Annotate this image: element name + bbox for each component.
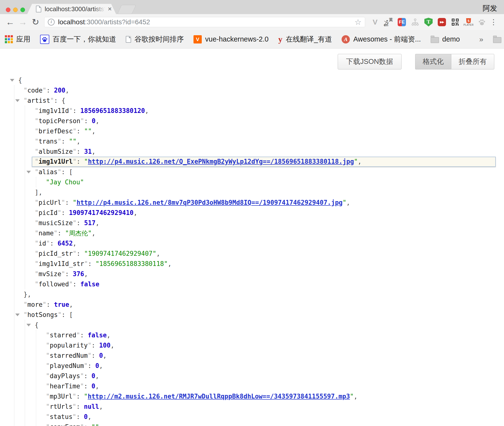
bookmark-apps[interactable]: 应用 bbox=[5, 34, 30, 44]
json-key: img1v1Id_str bbox=[39, 260, 84, 267]
collapse-toggle-icon[interactable] bbox=[15, 99, 20, 102]
json-token: , bbox=[92, 128, 96, 135]
address-bar[interactable]: i localhost:3000/artists?id=6452 ☆ bbox=[44, 17, 365, 27]
sitemap-icon[interactable] bbox=[411, 17, 420, 27]
json-line: "hearTime": 0, bbox=[46, 381, 500, 391]
json-token: "" bbox=[69, 138, 76, 145]
translate-icon[interactable]: 英 ⤨ en bbox=[384, 17, 393, 27]
page-content: 下载JSON数据 格式化 折叠所有 {"code": 200,"artist":… bbox=[0, 49, 504, 426]
json-token: : bbox=[73, 107, 80, 114]
browser-menu-icon[interactable]: ⋮ bbox=[490, 18, 497, 26]
json-line-selected: "img1v1Url": "http://p4.music.126.net/Q_… bbox=[32, 157, 496, 167]
json-token: " bbox=[80, 372, 84, 380]
json-value: 200 bbox=[54, 87, 65, 94]
json-token: : bbox=[61, 209, 69, 216]
json-key: topicPerson bbox=[39, 117, 80, 125]
json-token: " bbox=[35, 250, 39, 257]
tampermonkey-icon[interactable]: T bbox=[424, 17, 433, 27]
collapse-toggle-icon[interactable] bbox=[26, 324, 31, 326]
vue-devtools-icon[interactable]: V bbox=[370, 17, 380, 27]
format-button[interactable]: 格式化 bbox=[415, 54, 451, 69]
close-window-button[interactable] bbox=[6, 8, 10, 12]
json-token: : bbox=[65, 199, 73, 206]
bookmarks-overflow-icon[interactable]: » bbox=[479, 35, 483, 43]
json-token: " bbox=[46, 362, 50, 369]
json-line: "mvSize": 376, bbox=[35, 269, 500, 279]
json-token: , bbox=[92, 230, 96, 237]
tab-title: localhost:3000/artists?id=645 bbox=[45, 5, 105, 13]
json-formatter-actions: 下载JSON数据 格式化 折叠所有 bbox=[0, 54, 504, 69]
bookmarks-bar: 应用 百度一下，你就知道 谷歌按时间排序 V vue-hackernews-2.… bbox=[0, 30, 504, 49]
json-line: "id": 6452, bbox=[35, 238, 500, 248]
json-token: " bbox=[35, 199, 39, 206]
json-token: : bbox=[84, 383, 92, 390]
paw-icon[interactable] bbox=[477, 17, 487, 27]
json-line: "picUrl": "http://p4.music.126.net/8mv7q… bbox=[35, 197, 500, 208]
profile-name[interactable]: 阿发 bbox=[483, 3, 497, 13]
bookmark-awesomes[interactable]: A Awesomes - 前端资... bbox=[342, 34, 421, 44]
json-key: code bbox=[27, 87, 43, 94]
qr-code-icon[interactable] bbox=[451, 17, 460, 27]
new-tab-button[interactable] bbox=[117, 5, 136, 14]
json-token: " bbox=[73, 250, 77, 257]
json-key: name bbox=[39, 230, 54, 237]
collapse-toggle-icon[interactable] bbox=[15, 314, 20, 316]
forward-icon[interactable]: → bbox=[17, 18, 29, 26]
json-key: img1v1Id bbox=[39, 107, 69, 114]
json-token: " bbox=[84, 260, 88, 267]
bookmark-baidu[interactable]: 百度一下，你就知道 bbox=[40, 34, 116, 44]
json-token: " bbox=[88, 342, 92, 349]
apps-grid-icon bbox=[5, 35, 13, 43]
json-value: 0 bbox=[92, 372, 95, 380]
json-token: " bbox=[35, 270, 39, 278]
url-link[interactable]: http://m2.music.126.net/RMJR7wDullRqppBk… bbox=[88, 393, 350, 400]
download-json-button[interactable]: 下载JSON数据 bbox=[338, 54, 402, 69]
json-token: : bbox=[76, 393, 84, 400]
json-token: , bbox=[95, 219, 99, 227]
minimize-window-button[interactable] bbox=[13, 8, 18, 12]
json-token: { bbox=[18, 77, 22, 84]
back-icon[interactable]: ← bbox=[4, 18, 17, 26]
json-key: alias bbox=[39, 168, 58, 176]
json-token: " bbox=[46, 413, 50, 420]
json-token: " bbox=[35, 168, 39, 176]
other-bookmarks-folder[interactable]: 其他书签 bbox=[493, 34, 504, 44]
url-text[interactable]: localhost:3000/artists?id=6452 bbox=[58, 18, 354, 26]
browser-tab[interactable]: localhost:3000/artists?id=645 × bbox=[27, 4, 116, 14]
url-link[interactable]: http://p4.music.126.net/8mv7qP30Pd3oHW8b… bbox=[76, 199, 343, 206]
bookmark-google-sort[interactable]: 谷歌按时间排序 bbox=[126, 34, 184, 44]
tab-strip: localhost:3000/artists?id=645 × 阿发 bbox=[0, 0, 504, 14]
html5-player-icon[interactable]: 5 PLAYER bbox=[464, 17, 473, 27]
json-token: , bbox=[65, 87, 69, 94]
zoom-window-button[interactable] bbox=[20, 8, 25, 12]
reload-icon[interactable]: ↻ bbox=[29, 18, 42, 26]
json-token: " bbox=[73, 158, 77, 165]
json-line: "followed": false bbox=[35, 279, 500, 289]
json-line: "dayPlays": 0, bbox=[46, 371, 500, 381]
json-token: " bbox=[46, 383, 50, 390]
json-value: true bbox=[54, 301, 69, 308]
json-line: "briefDesc": "", bbox=[35, 126, 500, 136]
bookmark-vue-hackernews[interactable]: V vue-hackernews-2.0 bbox=[193, 35, 269, 43]
bookmark-youdao-translate[interactable]: y 在线翻译_有道 bbox=[278, 34, 332, 44]
json-line: "starredNum": 0, bbox=[46, 350, 500, 361]
collapse-toggle-icon[interactable] bbox=[26, 171, 31, 173]
fe-extension-icon[interactable]: FE bbox=[397, 17, 406, 27]
json-key: artist bbox=[27, 97, 50, 104]
bookmark-folder-demo[interactable]: demo bbox=[431, 35, 460, 43]
json-token: , bbox=[107, 332, 110, 339]
fast-forward-icon[interactable]: ▶▶ bbox=[437, 17, 446, 27]
json-token: , bbox=[346, 199, 350, 206]
url-link[interactable]: http://p4.music.126.net/Q_ExePNkmgB2yWyL… bbox=[88, 158, 354, 165]
collapse-all-button[interactable]: 折叠所有 bbox=[451, 54, 494, 69]
json-token: "" bbox=[92, 423, 99, 426]
page-info-icon[interactable]: i bbox=[48, 19, 55, 26]
json-token: " bbox=[24, 301, 27, 308]
json-token: : bbox=[76, 413, 84, 420]
tab-close-icon[interactable]: × bbox=[108, 6, 112, 12]
json-token: " bbox=[24, 311, 27, 318]
json-token: " bbox=[35, 148, 39, 155]
json-token: " bbox=[84, 393, 88, 400]
collapse-toggle-icon[interactable] bbox=[10, 79, 14, 82]
bookmark-star-icon[interactable]: ☆ bbox=[354, 17, 361, 27]
